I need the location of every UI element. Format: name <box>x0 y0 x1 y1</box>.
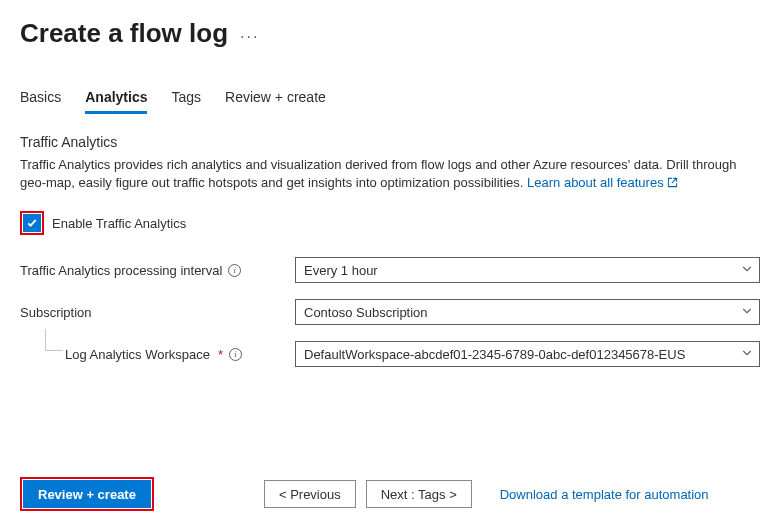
subscription-label-text: Subscription <box>20 305 92 320</box>
primary-button-highlight: Review + create <box>20 477 154 511</box>
subscription-select[interactable]: Contoso Subscription <box>295 299 760 325</box>
more-actions-icon[interactable]: ··· <box>240 29 259 45</box>
subscription-value: Contoso Subscription <box>304 305 428 320</box>
page-title: Create a flow log <box>20 18 228 49</box>
workspace-label-text: Log Analytics Workspace <box>65 347 210 362</box>
chevron-down-icon <box>741 263 753 278</box>
enable-traffic-analytics-label: Enable Traffic Analytics <box>52 216 186 231</box>
external-link-icon <box>667 175 678 193</box>
download-template-link[interactable]: Download a template for automation <box>500 487 709 502</box>
required-asterisk: * <box>218 347 223 362</box>
section-title: Traffic Analytics <box>20 134 763 150</box>
processing-interval-select[interactable]: Every 1 hour <box>295 257 760 283</box>
workspace-label: Log Analytics Workspace* i <box>20 347 295 362</box>
previous-button[interactable]: < Previous <box>264 480 356 508</box>
next-button[interactable]: Next : Tags > <box>366 480 472 508</box>
enable-traffic-analytics-checkbox[interactable] <box>23 214 41 232</box>
tab-tags[interactable]: Tags <box>171 89 201 114</box>
workspace-value: DefaultWorkspace-abcdef01-2345-6789-0abc… <box>304 347 685 362</box>
tab-review-create[interactable]: Review + create <box>225 89 326 114</box>
chevron-down-icon <box>741 305 753 320</box>
tree-line <box>45 329 63 351</box>
section-description: Traffic Analytics provides rich analytic… <box>20 156 760 193</box>
info-icon[interactable]: i <box>229 348 242 361</box>
learn-link-text: Learn about all features <box>527 175 664 190</box>
subscription-label: Subscription <box>20 305 295 320</box>
processing-interval-label: Traffic Analytics processing interval i <box>20 263 295 278</box>
chevron-down-icon <box>741 347 753 362</box>
info-icon[interactable]: i <box>228 264 241 277</box>
checkbox-highlight <box>20 211 44 235</box>
learn-all-features-link[interactable]: Learn about all features <box>527 175 678 190</box>
tab-analytics[interactable]: Analytics <box>85 89 147 114</box>
review-create-button[interactable]: Review + create <box>23 480 151 508</box>
interval-value: Every 1 hour <box>304 263 378 278</box>
interval-label-text: Traffic Analytics processing interval <box>20 263 222 278</box>
tabs: Basics Analytics Tags Review + create <box>20 89 763 114</box>
workspace-select[interactable]: DefaultWorkspace-abcdef01-2345-6789-0abc… <box>295 341 760 367</box>
tab-basics[interactable]: Basics <box>20 89 61 114</box>
